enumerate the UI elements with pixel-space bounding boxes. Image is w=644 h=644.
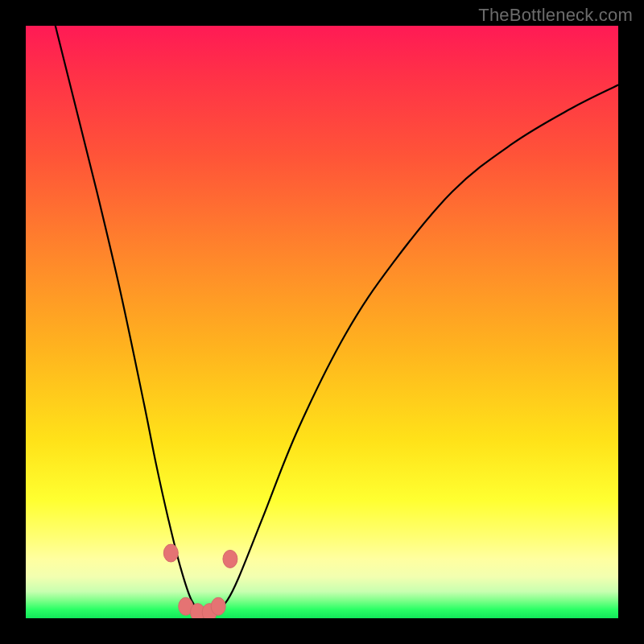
curve-svg: [26, 26, 618, 618]
watermark-text: TheBottleneck.com: [478, 5, 633, 26]
chart-frame: TheBottleneck.com: [0, 0, 644, 644]
marker-point: [163, 544, 178, 562]
marker-point: [223, 550, 237, 568]
plot-area: [26, 26, 618, 618]
highlighted-points: [163, 544, 237, 618]
marker-point: [211, 597, 225, 615]
bottleneck-curve: [56, 26, 618, 614]
